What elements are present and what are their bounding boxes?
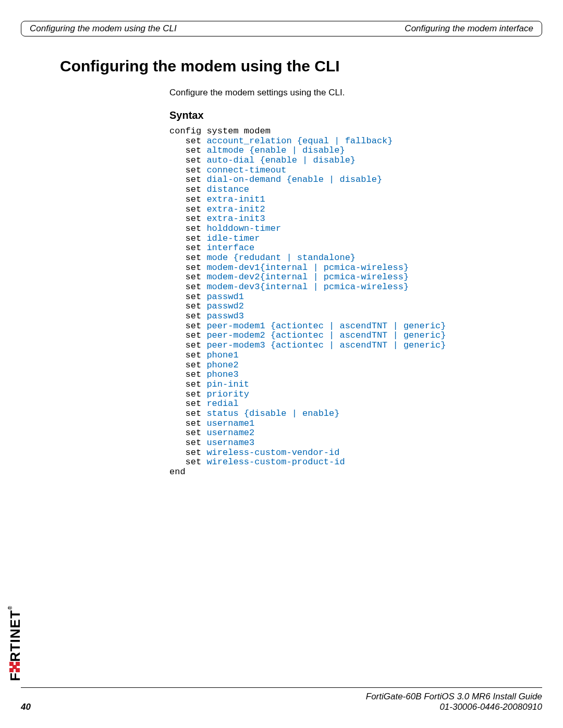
svg-rect-4 (16, 662, 20, 666)
page-footer: 40 FortiGate-60B FortiOS 3.0 MR6 Install… (21, 687, 542, 712)
intro-text: Configure the modem settings using the C… (169, 88, 537, 98)
footer-page-number: 40 (21, 702, 31, 712)
code-block: config system modem set account_relation… (169, 127, 537, 477)
footer-guide: FortiGate-60B FortiOS 3.0 MR6 Install Gu… (366, 692, 542, 701)
page-title: Configuring the modem using the CLI (60, 57, 537, 75)
brand-logo: FRTINET® (7, 606, 23, 681)
brand-square-icon (7, 662, 23, 672)
header-right-text: Configuring the modem interface (405, 23, 533, 34)
svg-rect-3 (16, 668, 20, 672)
page-header-bar: Configuring the modem using the CLI Conf… (21, 21, 542, 36)
syntax-heading: Syntax (169, 109, 537, 121)
header-left-text: Configuring the modem using the CLI (30, 23, 177, 34)
footer-doc-id: 01-30006-0446-20080910 (439, 702, 542, 712)
